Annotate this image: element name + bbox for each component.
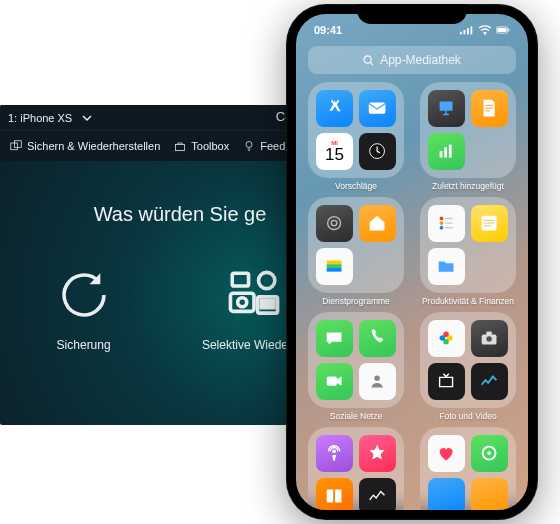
svg-rect-16 <box>508 29 509 32</box>
svg-point-17 <box>364 55 371 62</box>
app-home-icon[interactable] <box>359 205 396 242</box>
app-reminders-icon[interactable] <box>428 205 465 242</box>
svg-point-13 <box>484 33 486 35</box>
chevron-down-icon <box>82 113 92 123</box>
app-appstore-icon[interactable] <box>316 90 353 127</box>
folder-photo-video[interactable]: Foto und Video <box>418 312 518 421</box>
svg-rect-23 <box>449 145 452 158</box>
app-minigrid-utilities[interactable] <box>359 248 396 285</box>
toolbar-toolbox[interactable]: Toolbox <box>174 140 229 152</box>
app-keynote-icon[interactable] <box>428 90 465 127</box>
app-files-icon[interactable] <box>428 248 465 285</box>
folder-productivity[interactable]: Produktivität & Finanzen <box>418 197 518 306</box>
search-icon <box>363 55 374 66</box>
status-icons <box>460 25 510 35</box>
svg-rect-27 <box>327 265 342 269</box>
svg-point-3 <box>246 142 252 148</box>
app-facetime-icon[interactable] <box>316 363 353 400</box>
svg-rect-33 <box>327 377 337 386</box>
device-selector-label: 1: iPhone XS <box>8 112 72 124</box>
svg-point-34 <box>375 376 381 382</box>
svg-point-42 <box>333 450 337 454</box>
svg-point-38 <box>440 336 446 342</box>
svg-point-29 <box>440 217 444 221</box>
app-clock-icon[interactable] <box>359 133 396 170</box>
folder-entertainment[interactable] <box>306 427 406 510</box>
app-settings-icon[interactable] <box>316 205 353 242</box>
app-calendar-icon[interactable]: MI 15 <box>316 133 353 170</box>
svg-point-44 <box>488 452 492 456</box>
toolbar-backup-restore[interactable]: Sichern & Wiederherstellen <box>10 140 160 152</box>
battery-icon <box>496 25 510 35</box>
selective-restore-icon <box>225 266 283 324</box>
app-contacts-icon[interactable] <box>359 363 396 400</box>
svg-point-30 <box>440 222 444 226</box>
refresh-icon <box>55 266 113 324</box>
phone-screen: 09:41 App-Mediathek MI 15 <box>296 14 528 510</box>
app-mail-icon[interactable] <box>359 90 396 127</box>
folder-suggestions[interactable]: MI 15 Vorschläge <box>306 82 406 191</box>
folder-utilities[interactable]: Dienstprogramme <box>306 197 406 306</box>
app-messages-icon[interactable] <box>316 320 353 357</box>
app-findmy-icon[interactable] <box>471 435 508 472</box>
svg-rect-41 <box>487 332 493 336</box>
toolbox-icon <box>174 140 186 152</box>
app-library-search[interactable]: App-Mediathek <box>308 46 516 74</box>
svg-rect-28 <box>327 268 342 272</box>
svg-point-7 <box>258 272 274 288</box>
folder-social[interactable]: Soziale Netze <box>306 312 406 421</box>
svg-rect-20 <box>440 102 453 111</box>
svg-rect-26 <box>327 261 342 265</box>
iphone-mockup: 09:41 App-Mediathek MI 15 <box>286 4 538 520</box>
app-notes-icon[interactable] <box>471 205 508 242</box>
app-itunes-icon[interactable] <box>359 435 396 472</box>
svg-rect-18 <box>369 103 386 114</box>
folder-recent[interactable]: Zuletzt hinzugefügt <box>418 82 518 191</box>
app-minigrid-productivity[interactable] <box>471 248 508 285</box>
overlap-squares-icon <box>10 140 22 152</box>
app-phone-icon[interactable] <box>359 320 396 357</box>
app-library-grid: MI 15 Vorschläge Zul <box>296 82 528 510</box>
svg-rect-2 <box>176 145 185 151</box>
app-health-icon[interactable] <box>428 435 465 472</box>
svg-rect-8 <box>232 273 248 286</box>
cellular-icon <box>460 25 474 35</box>
svg-point-24 <box>328 217 341 230</box>
lightbulb-icon <box>243 140 255 152</box>
svg-rect-10 <box>464 30 466 34</box>
device-selector[interactable]: 1: iPhone XS <box>8 112 92 124</box>
app-books-icon[interactable] <box>316 478 353 510</box>
wifi-icon <box>478 25 492 35</box>
svg-point-40 <box>487 337 493 343</box>
app-generic2-icon[interactable] <box>471 478 508 510</box>
app-camera-icon[interactable] <box>471 320 508 357</box>
svg-rect-22 <box>445 148 448 158</box>
app-stocks2-icon[interactable] <box>359 478 396 510</box>
app-tv-icon[interactable] <box>428 363 465 400</box>
app-generic1-icon[interactable] <box>428 478 465 510</box>
app-numbers-icon[interactable] <box>428 133 465 170</box>
svg-point-5 <box>237 298 246 307</box>
app-minigrid[interactable] <box>471 133 508 170</box>
svg-rect-12 <box>471 27 473 35</box>
action-backup[interactable]: Sicherung <box>55 266 113 352</box>
svg-rect-15 <box>497 28 506 32</box>
app-stocks-icon[interactable] <box>471 363 508 400</box>
folder-extra[interactable] <box>418 427 518 510</box>
status-time: 09:41 <box>314 24 342 36</box>
svg-rect-9 <box>460 32 462 35</box>
svg-rect-21 <box>440 152 443 158</box>
app-photos-icon[interactable] <box>428 320 465 357</box>
app-wallet-icon[interactable] <box>316 248 353 285</box>
svg-rect-11 <box>467 28 469 34</box>
svg-point-25 <box>332 221 338 227</box>
search-placeholder: App-Mediathek <box>380 53 461 67</box>
phone-notch <box>357 4 467 24</box>
app-podcasts-icon[interactable] <box>316 435 353 472</box>
app-pages-icon[interactable] <box>471 90 508 127</box>
svg-point-31 <box>440 226 444 230</box>
